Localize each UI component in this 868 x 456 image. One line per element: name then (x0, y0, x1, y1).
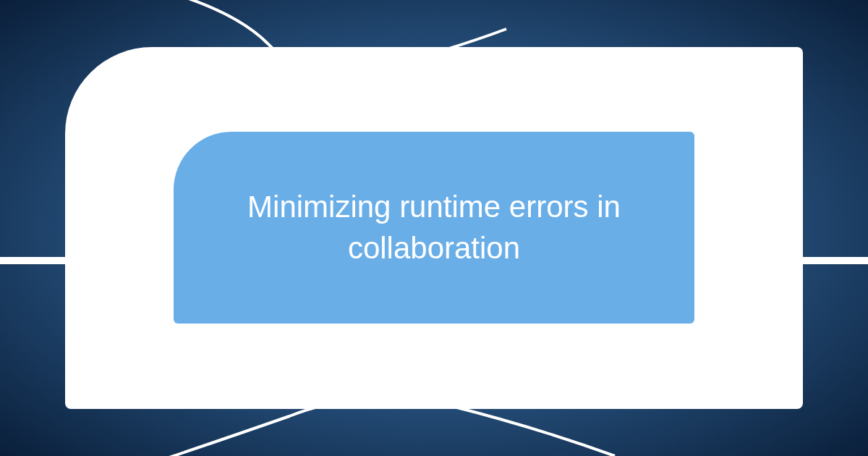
title-text: Minimizing runtime errors in collaborati… (174, 187, 694, 269)
inner-panel: Minimizing runtime errors in collaborati… (174, 132, 694, 324)
